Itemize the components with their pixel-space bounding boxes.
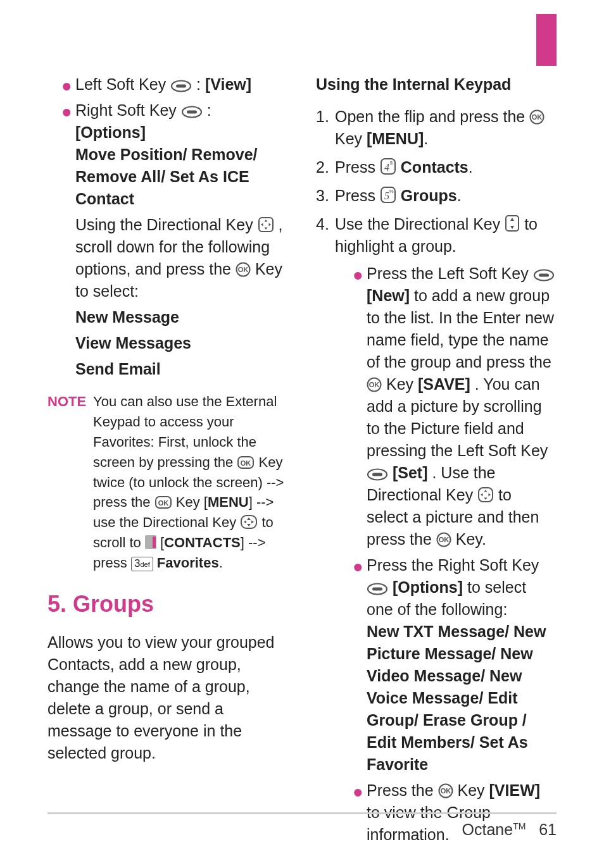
bullet-icon: ● (353, 554, 367, 776)
sub-bullet-options: ● Press the Right Soft Key [Options] to … (353, 554, 557, 776)
soft-key-icon (170, 80, 192, 92)
label-options: [Options] (75, 123, 146, 141)
bullet-icon: ● (61, 99, 75, 210)
contacts-app-icon (145, 535, 156, 549)
label-view: [View] (205, 75, 251, 93)
right-column: Using the Internal Keypad 1. Open the fl… (316, 70, 557, 856)
bullet-right-soft-key: ● Right Soft Key : [Options] Move Positi… (61, 99, 288, 210)
key-5-icon (380, 186, 396, 204)
chapter-tab-marker (536, 14, 557, 66)
text: Right Soft Key (75, 101, 181, 119)
options-list: Move Position/ Remove/ Remove All/ Set A… (75, 146, 258, 208)
soft-key-icon (367, 583, 388, 595)
sub-bullet-new-group: ● Press the Left Soft Key [New] to add a… (353, 263, 557, 550)
step-number: 1. (316, 106, 335, 150)
bullet-icon: ● (61, 73, 75, 96)
step-number: 3. (316, 185, 335, 207)
step-4: 4. Use the Directional Key to highlight … (316, 213, 557, 850)
ok-key-icon (529, 109, 544, 125)
note-label: NOTE (47, 392, 93, 573)
option-new-message: New Message (75, 306, 288, 328)
step-number: 4. (316, 213, 335, 850)
step-1: 1. Open the flip and press the Key [MENU… (316, 106, 557, 150)
key-4-icon (380, 158, 396, 175)
ok-key-icon (438, 783, 453, 798)
subheading-internal-keypad: Using the Internal Keypad (316, 73, 557, 96)
text: : (196, 75, 205, 93)
step-3: 3. Press Groups. (316, 185, 557, 207)
dpad-updown-icon (505, 214, 520, 232)
key-3def-icon: 3def (131, 557, 153, 571)
ok-key-icon (436, 532, 451, 547)
section-description: Allows you to view your grouped Contacts… (47, 631, 288, 764)
dpad-icon (477, 487, 494, 503)
text: Left Soft Key (75, 75, 170, 93)
step-number: 2. (316, 156, 335, 178)
ok-key-icon (154, 495, 172, 509)
soft-key-icon (367, 468, 388, 481)
bullet-icon: ● (353, 263, 367, 550)
bullet-left-soft-key: ● Left Soft Key : [View] (61, 73, 288, 96)
device-name: Octane (462, 821, 513, 838)
directional-instruction: Using the Directional Key , scroll down … (75, 214, 288, 302)
ok-key-icon (237, 456, 255, 469)
left-column: ● Left Soft Key : [View] ● Right Soft Ke… (47, 70, 288, 856)
page-footer: OctaneTM 61 (47, 812, 557, 839)
note-block: NOTE You can also use the External Keypa… (47, 392, 288, 573)
trademark: TM (513, 821, 525, 831)
text: : (207, 101, 211, 119)
soft-key-icon (533, 269, 555, 282)
select-options-list: New Message View Messages Send Email (75, 306, 288, 380)
ok-key-icon (236, 262, 251, 277)
step-2: 2. Press Contacts. (316, 156, 557, 178)
option-send-email: Send Email (75, 358, 288, 380)
page-number: 61 (539, 821, 557, 838)
option-view-messages: View Messages (75, 332, 288, 354)
dpad-icon (258, 216, 274, 233)
soft-key-icon (181, 106, 203, 118)
ok-key-icon (367, 377, 382, 392)
dpad-icon (240, 514, 258, 530)
section-heading-groups: 5. Groups (47, 588, 288, 620)
note-body: You can also use the External Keypad to … (93, 392, 288, 573)
